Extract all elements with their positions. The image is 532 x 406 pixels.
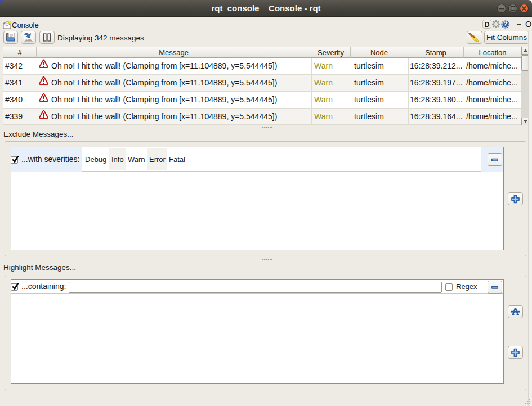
svg-text:?: ? — [503, 21, 507, 28]
